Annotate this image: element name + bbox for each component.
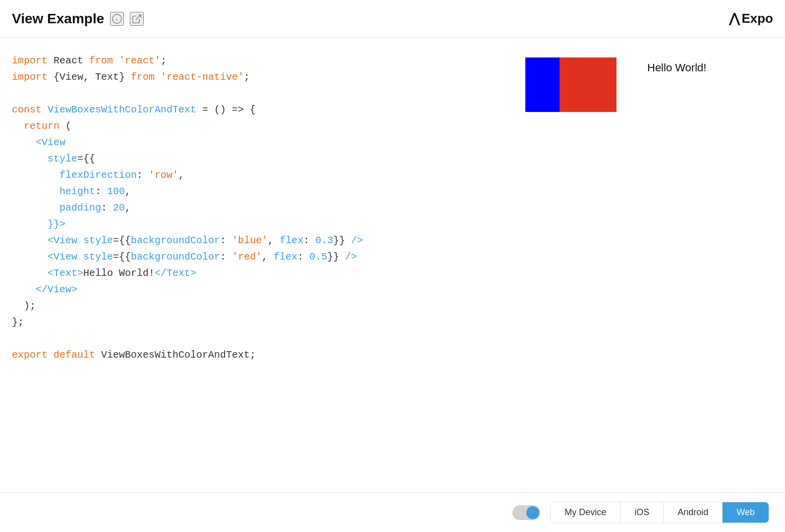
bottom-bar: My Device iOS Android Web [0,492,785,532]
code-line-4: const ViewBoxesWithColorAndText = () => … [12,102,505,118]
device-tabs: My Device iOS Android Web [550,502,769,523]
main-content: import React from 'react'; import {View,… [0,38,785,492]
device-toggle[interactable] [512,505,540,520]
code-line-18 [12,330,505,347]
code-line-1: import React from 'react'; [12,53,505,69]
external-link-button[interactable] [130,12,144,26]
code-panel: import React from 'react'; import {View,… [12,53,505,492]
code-line-10: padding: 20, [12,200,505,216]
hello-world-text: Hello World! [647,61,706,74]
blue-box [525,57,560,112]
info-circle-icon [112,13,122,24]
code-line-15: </View> [12,281,505,298]
code-line-19: export default ViewBoxesWithColorAndText… [12,347,505,363]
external-link-icon [131,13,142,24]
device-toggle-container[interactable] [512,505,540,520]
page-title: View Example [12,11,104,27]
tab-my-device[interactable]: My Device [551,502,620,523]
preview-boxes [525,57,639,112]
code-line-3 [12,85,505,102]
toggle-thumb [526,506,539,519]
code-line-17: }; [12,314,505,330]
app-header: View Example ⋀ Expo [0,0,785,38]
code-line-16: ); [12,298,505,314]
info-icon-button[interactable] [110,12,124,26]
header-brand: ⋀ Expo [729,11,773,26]
tab-android[interactable]: Android [664,502,723,523]
expo-chevron-icon: ⋀ [729,11,738,26]
expo-brand: ⋀ Expo [729,11,773,26]
code-line-6: <View [12,134,505,151]
code-line-2: import {View, Text} from 'react-native'; [12,69,505,85]
preview-panel: Hello World! [525,53,773,492]
code-line-12: <View style={{backgroundColor: 'blue', f… [12,232,505,249]
expo-brand-name: Expo [741,11,773,26]
tab-ios[interactable]: iOS [620,502,664,523]
svg-line-3 [136,14,141,19]
code-line-9: height: 100, [12,183,505,200]
header-left: View Example [12,11,144,27]
code-line-13: <View style={{backgroundColor: 'red', fl… [12,249,505,265]
preview-content: Hello World! [525,57,773,112]
code-line-8: flexDirection: 'row', [12,167,505,183]
tab-web[interactable]: Web [723,502,769,523]
code-line-7: style={{ [12,151,505,167]
code-line-11: }}> [12,216,505,232]
code-line-14: <Text>Hello World!</Text> [12,265,505,281]
red-box [560,57,617,112]
code-line-5: return ( [12,118,505,134]
